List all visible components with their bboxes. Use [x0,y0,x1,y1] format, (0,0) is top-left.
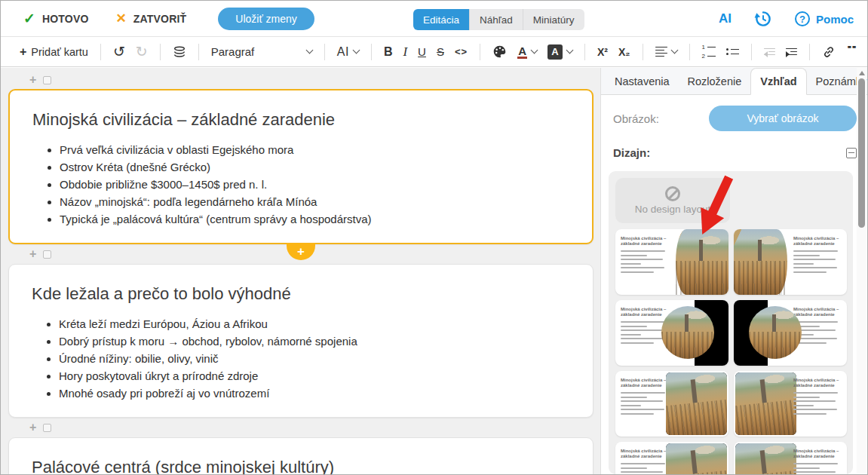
highlight-color-icon: A [547,44,563,60]
tab-layout[interactable]: Rozloženie [679,69,751,94]
top-right-actions: AI ? Pomoc [719,1,854,37]
thumb-image [735,372,796,435]
collapse-icon[interactable] [846,148,857,158]
design-thumb-tilt-left-2[interactable]: Minojská civilizácia – základné zaradeni… [734,442,847,474]
bullet-list-icon [726,48,739,55]
subscript-button[interactable]: X₂ [613,41,636,63]
editor-toolbar: + Pridať kartu ↺ ↻ Paragraf AI B I U S [1,37,867,67]
design-thumb-circle-right[interactable]: Minojská civilizácia – základné zaradeni… [615,300,728,366]
thumb-title: Minojská civilizácia – základné zaradeni… [621,378,669,388]
indent-icon [786,48,797,56]
ai-menu-label: AI [337,45,349,59]
card-title: Minojská civilizácia – základné zaradeni… [32,109,569,131]
thumb-image [666,372,727,435]
add-card-button[interactable]: + Pridať kartu [14,41,94,63]
bullet-list-button[interactable] [721,41,744,63]
tab-edit-mode[interactable]: Editácia [413,9,470,30]
ai-text-tools-dropdown[interactable]: AI [332,41,364,63]
text-color-icon: A [517,45,527,59]
text-color-dropdown[interactable]: A [512,41,542,63]
scroll-up-icon[interactable] [859,71,865,75]
bold-button[interactable]: B [379,41,398,63]
insert-card-icon[interactable]: + [29,250,36,259]
card-minoan-intro[interactable]: Minojská civilizácia – základné zaradeni… [8,89,593,244]
select-card-checkbox[interactable] [43,76,51,84]
italic-button[interactable]: I [397,41,413,63]
quote-icon: “ [846,46,857,58]
insert-template-dropdown[interactable]: <> [863,41,868,63]
choose-image-button[interactable]: Vybrať obrázok [709,106,857,131]
bullet: Úrodné nížiny: obilie, olivy, vinič [59,350,570,367]
plus-icon: + [20,45,26,59]
thumb-image [734,229,787,295]
chevron-down-icon [670,47,678,54]
design-thumb-tilt-right-2[interactable]: Minojská civilizácia – základné zaradeni… [615,442,728,474]
help-label: Pomoc [816,13,854,26]
thumb-title: Minojská civilizácia – základné zaradeni… [621,236,669,247]
view-mode-switcher: Editácia Náhľad Miniatúry [413,9,584,30]
insert-card-icon[interactable]: + [29,423,36,432]
link-button[interactable] [817,41,841,63]
design-thumb-tilt-left[interactable]: Minojská civilizácia – základné zaradeni… [734,371,847,437]
design-thumb-circle-left[interactable]: Minojská civilizácia – základné zaradeni… [734,300,847,366]
bullet: Dobrý prístup k moru → obchod, rybolov, … [59,332,570,350]
design-thumbnails-grid: Minojská civilizácia – základné zaradeni… [615,229,846,474]
indent-button[interactable] [781,41,802,63]
select-card-checkbox[interactable] [43,250,51,259]
align-dropdown[interactable] [650,41,682,63]
select-card-checkbox[interactable] [43,424,51,432]
card-location[interactable]: Kde ležala a prečo to bolo výhodné Kréta… [8,264,593,418]
settings-panel: Nastavenia Rozloženie Vzhľad Poznámky Ob… [600,68,868,474]
design-thumb-image-right[interactable]: Minojská civilizácia – základné zaradeni… [615,229,728,295]
no-layout-icon [665,186,680,201]
card-bullet-list: Kréta leží medzi Európou, Áziou a Afriko… [32,315,570,402]
palette-icon[interactable] [487,41,512,63]
tab-thumbnails-mode[interactable]: Miniatúry [523,9,584,30]
chevron-down-icon [352,47,360,54]
thumb-title: Minojská civilizácia – základné zaradeni… [793,449,842,459]
history-icon[interactable] [754,10,772,28]
superscript-button[interactable]: X² [592,41,613,63]
paragraph-style-dropdown[interactable]: Paragraf [206,41,317,63]
insert-card-icon[interactable]: + [29,75,36,84]
undo-button[interactable]: ↺ [108,41,130,63]
help-button[interactable]: ? Pomoc [795,11,854,26]
card-title: Palácové centrá (srdce minojskej kultúry… [32,456,570,474]
save-changes-button[interactable]: Uložiť zmeny [218,8,314,30]
outdent-button[interactable] [759,41,781,63]
close-button[interactable]: ✕ ZATVORIŤ [116,11,187,26]
underline-button[interactable]: U [413,41,431,63]
chevron-down-icon [531,47,538,54]
blockquote-button[interactable]: “ [841,41,863,63]
card-palace-centres[interactable]: Palácové centrá (srdce minojskej kultúry… [8,437,593,474]
check-icon: ✓ [23,10,35,27]
no-layout-label: No design layout [635,204,711,215]
done-button[interactable]: ✓ HOTOVO [23,10,89,27]
numbered-list-button[interactable]: 1 2 [697,41,721,63]
thumb-title: Minojská civilizácia – základné zaradeni… [793,378,842,388]
tab-appearance[interactable]: Vzhľad [750,68,806,95]
panel-scrollbar[interactable] [857,68,866,473]
card-bullet-list: Prvá veľká civilizácia v oblasti Egejské… [32,141,569,228]
inline-code-button[interactable]: <> [449,41,473,63]
thumb-title: Minojská civilizácia – základné zaradeni… [793,236,842,247]
bullet: Hory poskytovali úkryt a prírodné zdroje [59,367,570,385]
top-bar: ✓ HOTOVO ✕ ZATVORIŤ Uložiť zmeny Editáci… [1,1,867,37]
layers-icon[interactable] [167,41,192,63]
card-editor-window: ✓ HOTOVO ✕ ZATVORIŤ Uložiť zmeny Editáci… [0,0,868,475]
no-design-layout-option[interactable]: No design layout [615,178,730,223]
thumb-title: Minojská civilizácia – základné zaradeni… [793,307,842,317]
scrollbar-thumb[interactable] [858,78,865,228]
design-thumb-image-left[interactable]: Minojská civilizácia – základné zaradeni… [734,229,847,295]
strikethrough-button[interactable]: S [431,41,449,63]
ai-button[interactable]: AI [719,11,732,26]
card-controls: + [29,249,51,259]
tab-settings[interactable]: Nastavenia [606,69,679,94]
numbered-list-icon: 1 2 [702,44,716,60]
highlight-color-dropdown[interactable]: A [542,41,578,63]
design-thumb-tilt-right[interactable]: Minojská civilizácia – základné zaradeni… [615,371,728,437]
bullet: Obdobie približne $3000–1450$ pred n. l. [60,176,569,193]
redo-button[interactable]: ↻ [130,41,153,63]
tab-preview-mode[interactable]: Náhľad [470,9,523,30]
bullet: Ostrov Kréta (dnešné Grécko) [60,158,569,176]
